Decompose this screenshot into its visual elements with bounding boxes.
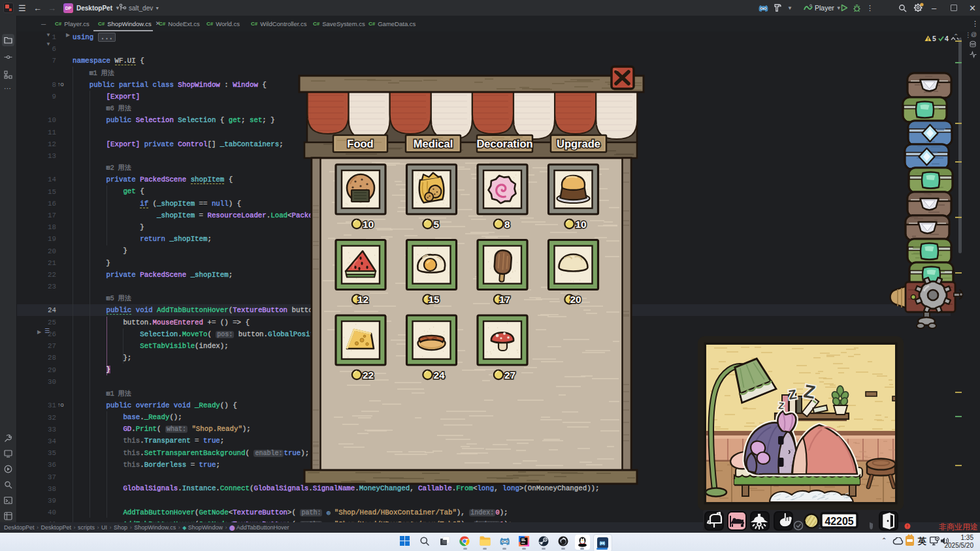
svg-text:4: 4 [945, 35, 949, 42]
svg-text:5: 5 [932, 35, 936, 42]
